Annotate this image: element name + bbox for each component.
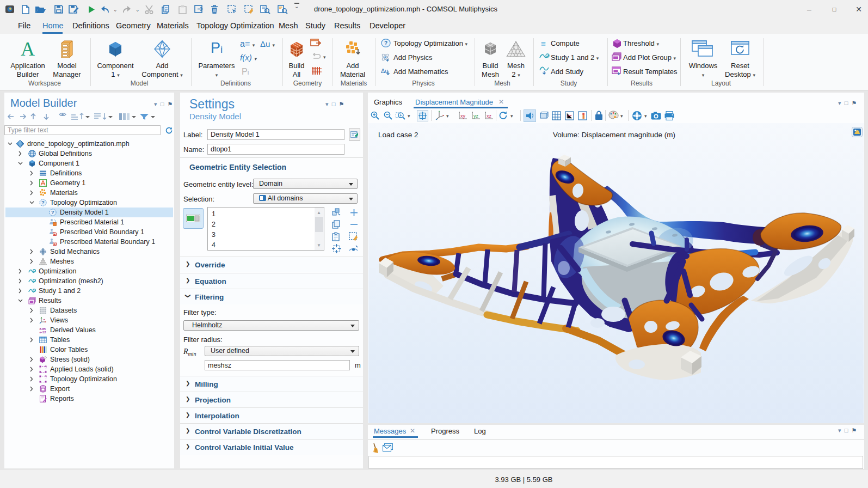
svg-text:xy: xy [460, 113, 466, 119]
svg-text:Δu: Δu [381, 68, 388, 74]
svg-text:yz: yz [473, 113, 479, 119]
svg-text:xz: xz [487, 113, 492, 119]
svg-text:?: ? [384, 40, 387, 46]
